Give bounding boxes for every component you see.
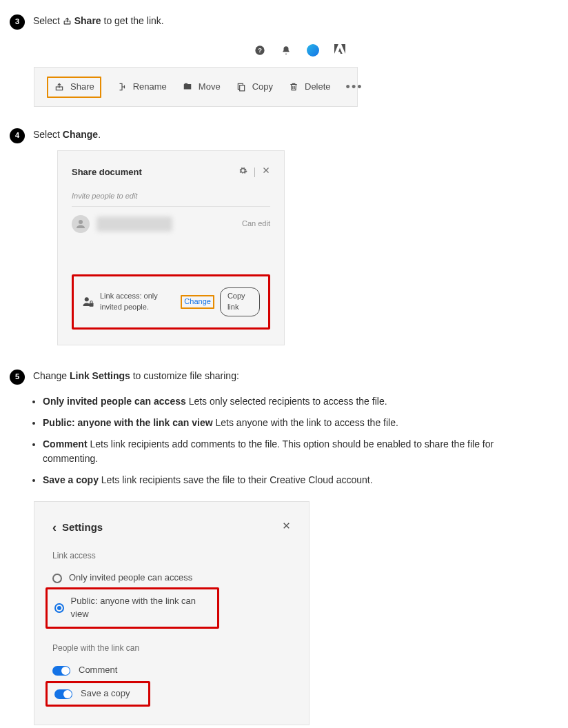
step-number: 4: [10, 128, 25, 143]
text-bold: Share: [72, 15, 101, 26]
step-3: 3 Select Share to get the link.: [10, 14, 539, 30]
file-toolbar: Share Rename Move Copy Delete •••: [34, 67, 358, 107]
radio-label: Public: anyone with the link can view: [71, 595, 210, 621]
settings-header-left: ‹ Settings: [52, 520, 103, 535]
step-5: 5 Change Link Settings to customize file…: [10, 369, 539, 385]
copy-button[interactable]: Copy: [236, 81, 273, 94]
settings-screenshot: ‹ Settings Link access Only invited peop…: [34, 501, 310, 725]
user-row: Can edit: [72, 215, 270, 233]
toggle-label: Comment: [79, 664, 117, 677]
copy-link-button[interactable]: Copy link: [220, 287, 260, 316]
step-text: Change Link Settings to customize file s…: [33, 369, 539, 383]
step-4: 4 Select Change. Share document Invite p…: [10, 128, 539, 345]
rename-button[interactable]: Rename: [116, 81, 167, 94]
invite-people-label: Invite people to edit: [72, 191, 270, 207]
copy-label: Copy: [252, 81, 273, 94]
text-part: .: [98, 129, 101, 140]
step-text: Select Change.: [33, 128, 539, 141]
delete-label: Delete: [305, 81, 331, 94]
rename-label: Rename: [133, 81, 167, 94]
radio-icon-selected: [54, 603, 64, 613]
text-part: to customize file sharing:: [130, 370, 239, 381]
share-icon-inline: [63, 15, 72, 29]
list-item: Comment Lets link recipients add comment…: [43, 437, 539, 466]
share-dialog-title: Share document: [72, 166, 142, 179]
user-info: [72, 215, 172, 233]
rename-icon: [116, 81, 128, 92]
people-with-link-label: People with the link can: [52, 643, 291, 654]
svg-rect-7: [90, 303, 94, 307]
permission-label: Can edit: [242, 219, 270, 230]
opt-text: Lets anyone with the link to access the …: [213, 417, 398, 428]
toolbar-screenshot: ? Share Rename Move Copy Delete •••: [34, 43, 358, 107]
toggle-icon: [52, 666, 70, 676]
list-item: Only invited people can access Lets only…: [43, 394, 539, 409]
opt-text: Lets only selected recipients to access …: [186, 396, 387, 407]
text-part: Change: [33, 370, 70, 381]
list-item: Public: anyone with the link can view Le…: [43, 416, 539, 430]
link-access-left: Link access: only invited people. Change: [82, 291, 214, 313]
opt-text: Lets link recipients add comments to the…: [43, 438, 494, 464]
svg-point-6: [85, 298, 89, 302]
step-number: 5: [10, 370, 25, 385]
change-link[interactable]: Change: [181, 295, 214, 309]
list-item: Save a copy Lets link recipients save th…: [43, 473, 539, 487]
step-body: Select Share to get the link.: [33, 14, 539, 29]
share-button[interactable]: Share: [47, 77, 101, 98]
text-part: to get the link.: [101, 15, 164, 26]
radio-icon: [52, 574, 62, 583]
user-name-blurred: [97, 216, 172, 232]
opt-bold: Public: anyone with the link can view: [43, 417, 213, 428]
step-body: Change Link Settings to customize file s…: [33, 369, 539, 383]
text-part: Select: [33, 129, 63, 140]
opt-text: Lets link recipients save the file to th…: [99, 474, 373, 485]
text-part: Select: [33, 15, 63, 26]
adobe-logo-icon[interactable]: [334, 43, 345, 57]
opt-bold: Only invited people can access: [43, 396, 186, 407]
toggle-label: Save a copy: [81, 687, 130, 700]
share-dialog-screenshot: Share document Invite people to edit Can…: [57, 150, 285, 346]
step-body: Select Change. Share document Invite peo…: [33, 128, 539, 345]
settings-header: ‹ Settings: [52, 520, 291, 535]
chevron-left-icon[interactable]: ‹: [52, 521, 57, 534]
link-access-box: Link access: only invited people. Change…: [72, 274, 270, 330]
opt-bold: Comment: [43, 438, 88, 449]
share-dialog-header-right: [239, 166, 270, 179]
toggle-icon: [54, 689, 72, 699]
link-lock-icon: [82, 296, 94, 308]
step-number: 3: [10, 14, 25, 30]
text-bold: Link Settings: [70, 370, 130, 381]
radio-public-highlighted[interactable]: Public: anyone with the link can view: [45, 587, 219, 629]
top-icon-row: ?: [34, 43, 358, 67]
close-icon[interactable]: [262, 166, 270, 178]
move-icon: [182, 81, 193, 92]
text-bold: Change: [63, 129, 98, 140]
help-icon[interactable]: ?: [254, 45, 265, 56]
radio-only-invited[interactable]: Only invited people can access: [52, 572, 291, 585]
radio-label: Only invited people can access: [69, 572, 192, 585]
creative-cloud-icon[interactable]: [307, 44, 319, 57]
move-label: Move: [199, 81, 221, 94]
more-button[interactable]: •••: [346, 78, 363, 96]
close-icon[interactable]: [282, 521, 291, 534]
link-access-text: Link access: only invited people.: [100, 291, 175, 313]
share-dialog-header: Share document: [72, 166, 270, 179]
settings-title: Settings: [62, 520, 103, 535]
trash-icon: [288, 81, 299, 92]
toggle-save-copy-highlighted[interactable]: Save a copy: [45, 681, 150, 707]
toggle-comment[interactable]: Comment: [52, 664, 291, 677]
copy-icon: [236, 81, 247, 92]
link-access-label: Link access: [52, 550, 291, 562]
gear-icon[interactable]: [239, 166, 247, 179]
share-icon: [54, 81, 65, 92]
bell-icon[interactable]: [281, 45, 292, 56]
divider: [254, 168, 255, 177]
step-text: Select Share to get the link.: [33, 14, 539, 29]
svg-text:?: ?: [258, 47, 262, 54]
svg-rect-5: [239, 85, 244, 91]
options-list: Only invited people can access Lets only…: [10, 394, 539, 487]
move-button[interactable]: Move: [182, 81, 221, 94]
avatar: [72, 215, 90, 233]
opt-bold: Save a copy: [43, 474, 99, 485]
delete-button[interactable]: Delete: [288, 81, 331, 94]
